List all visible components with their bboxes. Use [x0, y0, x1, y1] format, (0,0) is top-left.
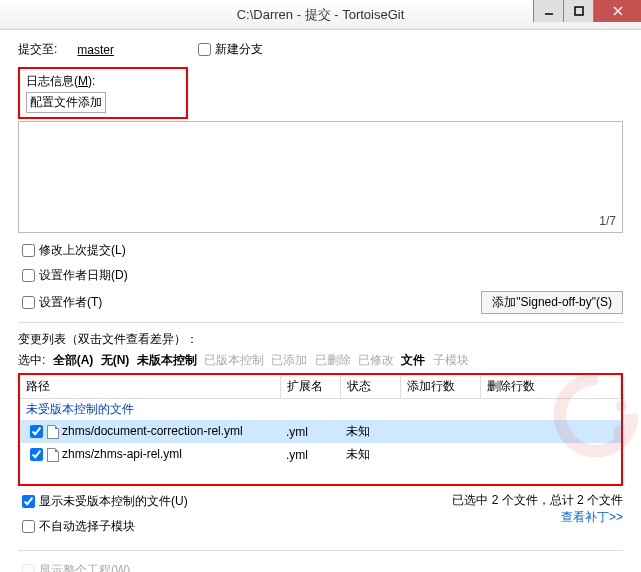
filter-deleted: 已删除 [315, 353, 351, 367]
show-whole-project-label: 显示整个工程(W) [39, 562, 130, 572]
close-button[interactable] [593, 0, 641, 22]
no-auto-submodule-checkbox[interactable] [22, 520, 35, 533]
filter-submodules: 子模块 [433, 353, 469, 367]
new-branch-label: 新建分支 [215, 41, 263, 58]
filter-modified: 已修改 [358, 353, 394, 367]
divider [18, 322, 623, 323]
no-auto-submodule-label: 不自动选择子模块 [39, 518, 135, 535]
set-date-label: 设置作者日期(D) [39, 267, 128, 284]
show-unversioned-checkbox[interactable] [22, 495, 35, 508]
set-date-checkbox[interactable] [22, 269, 35, 282]
titlebar: C:\Darren - 提交 - TortoiseGit [0, 0, 641, 30]
window-buttons [533, 0, 641, 22]
filter-versioned: 已版本控制 [204, 353, 264, 367]
filter-row: 选中: 全部(A) 无(N) 未版本控制 已版本控制 已添加 已删除 已修改 文… [18, 352, 623, 369]
divider [18, 550, 623, 551]
file-status: 未知 [340, 420, 400, 443]
commit-message-textarea[interactable]: 1/7 [18, 121, 623, 233]
view-patch-link[interactable]: 查看补丁>> [452, 509, 623, 526]
amend-checkbox[interactable] [22, 244, 35, 257]
show-unversioned-label: 显示未受版本控制的文件(U) [39, 493, 188, 510]
selection-summary: 已选中 2 个文件，总计 2 个文件 [452, 492, 623, 509]
file-icon [47, 448, 59, 462]
branch-name[interactable]: master [77, 43, 114, 57]
set-author-checkbox[interactable] [22, 296, 35, 309]
filter-unversioned[interactable]: 未版本控制 [137, 353, 197, 367]
file-checkbox[interactable] [30, 425, 43, 438]
signed-off-button[interactable]: 添加"Signed-off-by"(S) [481, 291, 623, 314]
col-path[interactable]: 路径 [20, 375, 280, 399]
col-status[interactable]: 状态 [340, 375, 400, 399]
file-row[interactable]: zhms/document-correction-rel.yml .yml 未知 [20, 420, 621, 443]
filter-added: 已添加 [271, 353, 307, 367]
message-counter: 1/7 [599, 214, 616, 228]
svg-rect-1 [575, 7, 583, 15]
file-icon [47, 425, 59, 439]
file-table: 路径 扩展名 状态 添加行数 删除行数 未受版本控制的文件 zhms/docum… [20, 375, 621, 484]
file-row[interactable]: zhms/zhms-api-rel.yml .yml 未知 [20, 443, 621, 466]
minimize-button[interactable] [533, 0, 563, 22]
new-branch-checkbox[interactable] [198, 43, 211, 56]
changelist-header: 变更列表（双击文件查看差异）： [18, 331, 623, 348]
maximize-button[interactable] [563, 0, 593, 22]
log-message-label: 日志信息(M): [26, 73, 180, 90]
log-message-preview: 配置文件添加 [26, 92, 106, 113]
set-author-label: 设置作者(T) [39, 294, 102, 311]
filter-label: 选中: [18, 353, 45, 367]
col-add-lines[interactable]: 添加行数 [400, 375, 480, 399]
file-ext: .yml [280, 443, 340, 466]
amend-label: 修改上次提交(L) [39, 242, 126, 259]
show-whole-project-checkbox [22, 564, 35, 572]
col-del-lines[interactable]: 删除行数 [480, 375, 621, 399]
file-path: zhms/zhms-api-rel.yml [62, 447, 182, 461]
file-checkbox[interactable] [30, 448, 43, 461]
unversioned-group-header: 未受版本控制的文件 [20, 399, 621, 421]
filter-none[interactable]: 无(N) [101, 353, 130, 367]
file-ext: .yml [280, 420, 340, 443]
file-list-highlight: 路径 扩展名 状态 添加行数 删除行数 未受版本控制的文件 zhms/docum… [18, 373, 623, 486]
file-status: 未知 [340, 443, 400, 466]
col-ext[interactable]: 扩展名 [280, 375, 340, 399]
filter-all[interactable]: 全部(A) [53, 353, 94, 367]
table-header-row: 路径 扩展名 状态 添加行数 删除行数 [20, 375, 621, 399]
commit-to-label: 提交至: [18, 41, 57, 58]
log-message-header-highlight: 日志信息(M): 配置文件添加 [18, 67, 188, 119]
file-path: zhms/document-correction-rel.yml [62, 424, 243, 438]
filter-files[interactable]: 文件 [401, 353, 425, 367]
